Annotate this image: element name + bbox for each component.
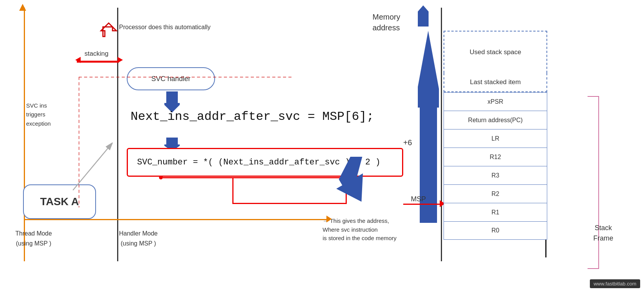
last-stacked-item-label: Last stacked item bbox=[470, 78, 521, 86]
msp-label: MSP bbox=[411, 195, 426, 203]
stack-row-r12: R12 bbox=[444, 148, 547, 166]
memory-address-label: Memory address bbox=[372, 12, 400, 33]
stack-row-r2: R2 bbox=[444, 184, 547, 203]
left-axis bbox=[24, 8, 25, 261]
r1-label: R1 bbox=[492, 209, 499, 216]
orange-horiz-arrow bbox=[25, 219, 328, 220]
watermark: www.fastbitlab.com bbox=[590, 279, 640, 288]
return-address-label: Return address(PC) bbox=[468, 117, 523, 124]
this-gives-address-label: → This gives the address, Where svc inst… bbox=[323, 217, 397, 243]
used-stack-space: Used stack space bbox=[444, 31, 547, 73]
r3-label: R3 bbox=[492, 172, 499, 179]
memory-address-vertical-line bbox=[441, 8, 442, 261]
plus6-label: +6 bbox=[403, 138, 412, 147]
lr-label: LR bbox=[492, 135, 499, 142]
processor-auto-label: Processor does this automatically bbox=[119, 24, 210, 31]
blue-large-up-arrow-icon bbox=[418, 31, 439, 223]
svg-marker-3 bbox=[334, 157, 372, 203]
memory-addr-up-arrow-icon bbox=[418, 5, 429, 27]
xpsr-label: xPSR bbox=[488, 98, 503, 105]
msp-red-arrow bbox=[403, 204, 442, 205]
stack-area: Used stack space Last stacked item xPSR … bbox=[444, 31, 547, 240]
svg-marker-7 bbox=[418, 31, 439, 223]
r0-label: R0 bbox=[492, 227, 499, 234]
thread-mode-label: Thread Mode (using MSP ) bbox=[15, 229, 52, 248]
stacking-red-arrow-left bbox=[75, 57, 81, 63]
stack-row-xpsr: xPSR bbox=[444, 92, 547, 111]
red-outline-arrow-icon bbox=[99, 21, 118, 40]
svg-marker-8 bbox=[418, 5, 429, 27]
r2-label: R2 bbox=[492, 191, 499, 197]
stack-row-r3: R3 bbox=[444, 166, 547, 184]
handler-mode-label: Handler Mode (using MSP ) bbox=[119, 229, 158, 248]
diagram-container: Processor does this automatically stacki… bbox=[0, 0, 644, 292]
stack-row-return-address: Return address(PC) bbox=[444, 111, 547, 129]
stack-row-r1: R1 bbox=[444, 203, 547, 221]
blue-diag-arrow-icon bbox=[334, 157, 372, 203]
orange-horiz-arrow-head bbox=[326, 216, 332, 222]
svg-marker-0 bbox=[101, 23, 116, 36]
task-a-label: TASK A bbox=[40, 196, 79, 208]
svc-triggers-label: SVC ins triggers exception bbox=[26, 101, 51, 128]
stacking-label: stacking bbox=[84, 50, 108, 58]
stacking-red-arrow-right bbox=[118, 57, 123, 63]
stack-row-r0: R0 bbox=[444, 221, 547, 240]
dashed-red-lines-icon bbox=[79, 77, 294, 207]
left-axis-arrow-up bbox=[19, 4, 26, 11]
r12-label: R12 bbox=[490, 154, 501, 161]
last-stacked-item: Last stacked item bbox=[444, 73, 547, 92]
stack-row-lr: LR bbox=[444, 129, 547, 148]
stack-frame-label: Stack Frame bbox=[593, 223, 613, 244]
used-stack-space-label: Used stack space bbox=[470, 48, 521, 56]
stacking-red-arrow bbox=[77, 61, 119, 63]
